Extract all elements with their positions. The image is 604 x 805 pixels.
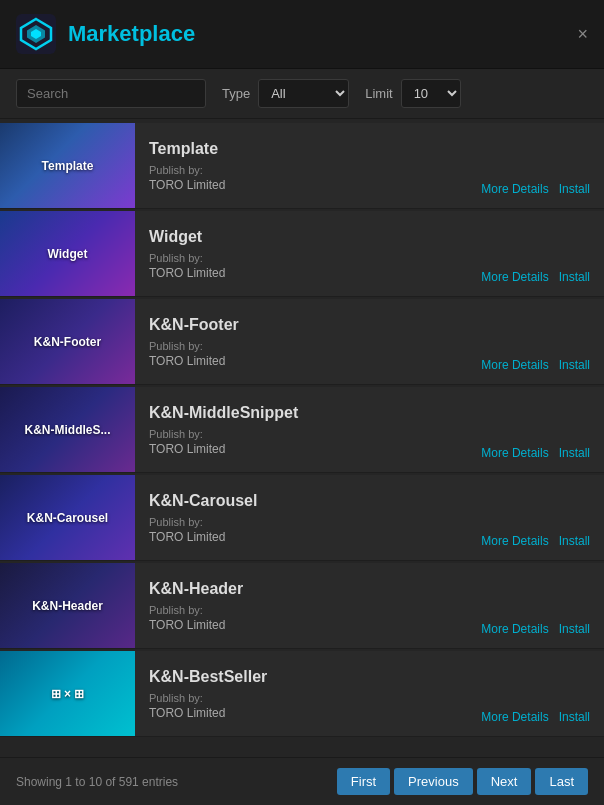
item-name: Template bbox=[149, 140, 453, 158]
header-left: Marketplace bbox=[16, 14, 195, 54]
item-actions: More Details Install bbox=[467, 522, 604, 560]
more-details-link[interactable]: More Details bbox=[481, 446, 548, 460]
item-name: K&N-Footer bbox=[149, 316, 453, 334]
item-name: K&N-Header bbox=[149, 580, 453, 598]
item-name: Widget bbox=[149, 228, 453, 246]
footer: Showing 1 to 10 of 591 entries First Pre… bbox=[0, 757, 604, 805]
install-link[interactable]: Install bbox=[559, 622, 590, 636]
first-button[interactable]: First bbox=[337, 768, 390, 795]
publisher-name: TORO Limited bbox=[149, 706, 453, 720]
list-item: K&N-MiddleS... K&N-MiddleSnippet Publish… bbox=[0, 387, 604, 473]
more-details-link[interactable]: More Details bbox=[481, 358, 548, 372]
item-info: Widget Publish by: TORO Limited bbox=[135, 211, 467, 296]
item-name: K&N-Carousel bbox=[149, 492, 453, 510]
pagination: First Previous Next Last bbox=[337, 768, 588, 795]
publish-by-label: Publish by: bbox=[149, 604, 453, 616]
install-link[interactable]: Install bbox=[559, 710, 590, 724]
item-thumbnail: Widget bbox=[0, 211, 135, 296]
logo-icon bbox=[16, 14, 56, 54]
publish-by-label: Publish by: bbox=[149, 340, 453, 352]
search-input[interactable] bbox=[16, 79, 206, 108]
limit-label: Limit bbox=[365, 86, 392, 101]
item-actions: More Details Install bbox=[467, 698, 604, 736]
last-button[interactable]: Last bbox=[535, 768, 588, 795]
item-actions: More Details Install bbox=[467, 170, 604, 208]
more-details-link[interactable]: More Details bbox=[481, 182, 548, 196]
item-info: Template Publish by: TORO Limited bbox=[135, 123, 467, 208]
item-thumbnail: K&N-MiddleS... bbox=[0, 387, 135, 472]
install-link[interactable]: Install bbox=[559, 534, 590, 548]
install-link[interactable]: Install bbox=[559, 446, 590, 460]
thumbnail-label: Widget bbox=[44, 243, 92, 265]
publisher-name: TORO Limited bbox=[149, 618, 453, 632]
type-label: Type bbox=[222, 86, 250, 101]
more-details-link[interactable]: More Details bbox=[481, 622, 548, 636]
item-info: K&N-Header Publish by: TORO Limited bbox=[135, 563, 467, 648]
publish-by-label: Publish by: bbox=[149, 164, 453, 176]
item-thumbnail: K&N-Carousel bbox=[0, 475, 135, 560]
showing-text: Showing 1 to 10 of 591 entries bbox=[16, 775, 178, 789]
thumbnail-label: Template bbox=[38, 155, 98, 177]
thumbnail-label: K&N-Carousel bbox=[23, 507, 112, 529]
list-item: Widget Widget Publish by: TORO Limited M… bbox=[0, 211, 604, 297]
close-button[interactable]: × bbox=[577, 25, 588, 43]
next-button[interactable]: Next bbox=[477, 768, 532, 795]
more-details-link[interactable]: More Details bbox=[481, 534, 548, 548]
type-select[interactable]: All Template Widget bbox=[258, 79, 349, 108]
thumbnail-label: K&N-MiddleS... bbox=[21, 419, 115, 441]
limit-select[interactable]: 10 25 50 100 bbox=[401, 79, 461, 108]
item-actions: More Details Install bbox=[467, 434, 604, 472]
item-actions: More Details Install bbox=[467, 346, 604, 384]
thumbnail-label: ⊞ × ⊞ bbox=[47, 683, 89, 705]
toolbar: Type All Template Widget Limit 10 25 50 … bbox=[0, 69, 604, 119]
list-item: Template Template Publish by: TORO Limit… bbox=[0, 123, 604, 209]
publisher-name: TORO Limited bbox=[149, 178, 453, 192]
item-name: K&N-BestSeller bbox=[149, 668, 453, 686]
thumbnail-label: K&N-Footer bbox=[30, 331, 105, 353]
item-thumbnail: Template bbox=[0, 123, 135, 208]
publisher-name: TORO Limited bbox=[149, 530, 453, 544]
item-info: K&N-MiddleSnippet Publish by: TORO Limit… bbox=[135, 387, 467, 472]
item-thumbnail: K&N-Header bbox=[0, 563, 135, 648]
item-info: K&N-Carousel Publish by: TORO Limited bbox=[135, 475, 467, 560]
list-item: K&N-Carousel K&N-Carousel Publish by: TO… bbox=[0, 475, 604, 561]
more-details-link[interactable]: More Details bbox=[481, 710, 548, 724]
item-info: K&N-BestSeller Publish by: TORO Limited bbox=[135, 651, 467, 736]
publisher-name: TORO Limited bbox=[149, 354, 453, 368]
install-link[interactable]: Install bbox=[559, 270, 590, 284]
list-item: K&N-Header K&N-Header Publish by: TORO L… bbox=[0, 563, 604, 649]
items-list: Template Template Publish by: TORO Limit… bbox=[0, 119, 604, 757]
app-container: Marketplace × Type All Template Widget L… bbox=[0, 0, 604, 805]
item-thumbnail: ⊞ × ⊞ bbox=[0, 651, 135, 736]
more-details-link[interactable]: More Details bbox=[481, 270, 548, 284]
publisher-name: TORO Limited bbox=[149, 266, 453, 280]
list-item: ⊞ × ⊞ K&N-BestSeller Publish by: TORO Li… bbox=[0, 651, 604, 737]
previous-button[interactable]: Previous bbox=[394, 768, 473, 795]
publish-by-label: Publish by: bbox=[149, 252, 453, 264]
install-link[interactable]: Install bbox=[559, 358, 590, 372]
publish-by-label: Publish by: bbox=[149, 692, 453, 704]
item-actions: More Details Install bbox=[467, 258, 604, 296]
publish-by-label: Publish by: bbox=[149, 428, 453, 440]
item-thumbnail: K&N-Footer bbox=[0, 299, 135, 384]
item-name: K&N-MiddleSnippet bbox=[149, 404, 453, 422]
publish-by-label: Publish by: bbox=[149, 516, 453, 528]
list-item: K&N-Footer K&N-Footer Publish by: TORO L… bbox=[0, 299, 604, 385]
app-title: Marketplace bbox=[68, 21, 195, 47]
install-link[interactable]: Install bbox=[559, 182, 590, 196]
item-actions: More Details Install bbox=[467, 610, 604, 648]
publisher-name: TORO Limited bbox=[149, 442, 453, 456]
item-info: K&N-Footer Publish by: TORO Limited bbox=[135, 299, 467, 384]
header: Marketplace × bbox=[0, 0, 604, 69]
thumbnail-label: K&N-Header bbox=[28, 595, 107, 617]
